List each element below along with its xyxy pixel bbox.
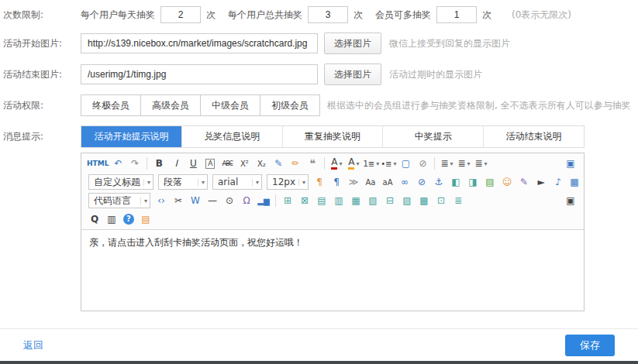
anchor-icon[interactable]: ⚓ (431, 175, 447, 189)
redo-icon[interactable]: ↷ (127, 156, 143, 170)
font-family-select[interactable]: arial▾ (212, 174, 262, 190)
fontborder-icon-glyph: A (205, 159, 215, 169)
save-button[interactable]: 保存 (565, 335, 615, 356)
removeformat-icon[interactable]: ✎ (271, 156, 286, 170)
start-image-url-input[interactable] (81, 33, 318, 53)
drafts-icon[interactable]: ▤ (138, 212, 153, 226)
tab-end-message[interactable]: 活动结束说明 (484, 126, 584, 147)
delete-row-icon[interactable]: ▥ (331, 194, 347, 208)
line-height-icon[interactable]: ≣▾ (473, 156, 488, 170)
total-count-input[interactable] (308, 6, 348, 23)
tab-start-message[interactable]: 活动开始提示说明 (81, 126, 182, 147)
start-image-pick-button[interactable]: 选择图片 (324, 33, 381, 54)
charts-icon[interactable]: ▂▆ (256, 194, 271, 208)
uppercase-icon[interactable]: Aa (363, 175, 378, 189)
cleardoc-icon[interactable]: ⊘ (415, 156, 430, 170)
indent-icon[interactable]: ≫ (346, 175, 361, 189)
superscript-icon[interactable]: X² (236, 156, 252, 170)
superscript-icon-glyph: X² (240, 160, 249, 168)
editor-content[interactable]: 亲，请点击进入刮刮卡抽奖活动页面，祝您好运哦！ (81, 230, 584, 311)
member-level-button[interactable]: 终极会员 (81, 94, 141, 116)
special-chars-icon[interactable]: Ω (239, 194, 254, 208)
fullscreen-icon-glyph: ▣ (566, 158, 574, 169)
merge-down-icon[interactable]: ▩ (416, 194, 432, 208)
message-tabs-row: 消息提示: 活动开始提示说明兑奖信息说明重复抽奖说明中奖提示活动结束说明 (0, 125, 638, 148)
lowercase-icon[interactable]: aA (380, 175, 395, 189)
insert-row-icon[interactable]: ▤ (314, 194, 329, 208)
undo-icon[interactable]: ↶ (110, 156, 126, 170)
insert-code-icon[interactable]: ‹› (153, 194, 169, 208)
formatmatch-icon[interactable]: ✏ (288, 156, 303, 170)
tab-repeat-message[interactable]: 重复抽奖说明 (283, 126, 384, 147)
chevron-down-icon: ▾ (393, 160, 396, 167)
help-icon[interactable]: ? (121, 212, 136, 226)
end-image-pick-button[interactable]: 选择图片 (324, 64, 381, 85)
member-level-button[interactable]: 中级会员 (200, 94, 260, 116)
date-icon[interactable]: ⊙ (222, 194, 237, 208)
link-icon[interactable]: ∞ (397, 175, 412, 189)
font-size-select[interactable]: 12px▾ (267, 174, 309, 190)
custom-style-select-value: 自定义标题 (94, 176, 140, 189)
scrawl-icon[interactable]: ✎ (516, 175, 532, 189)
per-day-count-input[interactable] (160, 6, 201, 23)
source-code-button[interactable]: HTML (87, 156, 109, 170)
music-icon[interactable]: ♪ (550, 175, 566, 189)
insert-col-icon[interactable]: ▦ (348, 194, 364, 208)
code-language-select-value: 代码语言 (94, 194, 131, 208)
image-manager-icon[interactable]: ▦ (567, 175, 582, 189)
snapscreen-icon[interactable]: ✂ (171, 194, 186, 208)
direction-rtl-icon[interactable]: ¶ (329, 175, 344, 189)
rowspacing-bottom-icon[interactable]: ≣▾ (456, 156, 471, 170)
bold-icon[interactable]: B (151, 156, 167, 170)
fontborder-icon[interactable]: A (202, 156, 218, 170)
toolbar-separator (147, 157, 147, 170)
insert-image-icon[interactable]: ▤ (482, 175, 498, 189)
insert-video-icon[interactable]: ► (533, 175, 549, 189)
italic-icon[interactable]: I (168, 156, 184, 170)
insert-table-icon[interactable]: ⊞ (280, 194, 295, 208)
background-color-icon[interactable]: A▾ (346, 156, 361, 170)
subscript-icon[interactable]: X₂ (253, 156, 269, 170)
delete-table-icon[interactable]: ⊠ (297, 194, 312, 208)
preview-icon[interactable]: ▥ (104, 212, 119, 226)
print-icon[interactable]: ▣ (563, 194, 578, 208)
split-rows-icon[interactable]: ≣ (450, 194, 466, 208)
limit-field-label: 会员可多抽奖 (375, 9, 431, 22)
image-align-right-icon[interactable]: ◨ (465, 175, 481, 189)
tab-win-message[interactable]: 中奖提示 (383, 126, 484, 147)
member-level-button[interactable]: 高级会员 (140, 94, 201, 116)
subscript-icon-glyph: X₂ (257, 160, 266, 168)
back-link[interactable]: 返回 (23, 338, 43, 352)
code-language-select[interactable]: 代码语言▾ (88, 193, 150, 208)
strikethrough-icon[interactable]: ABC (219, 156, 235, 170)
end-image-url-input[interactable] (81, 64, 318, 84)
merge-cells-icon[interactable]: ⊟ (382, 194, 398, 208)
emotion-icon[interactable]: ☺ (499, 175, 515, 189)
search-replace-icon[interactable]: Q (87, 212, 102, 226)
font-color-icon[interactable]: A▾ (329, 156, 344, 170)
tab-redeem-message[interactable]: 兑奖信息说明 (182, 126, 283, 147)
direction-ltr-icon[interactable]: ¶ (312, 175, 327, 189)
delete-row-icon-glyph: ▥ (334, 195, 343, 206)
image-manager-icon-glyph: ▦ (570, 177, 578, 187)
image-align-left-icon[interactable]: ◧ (448, 175, 464, 189)
merge-right-icon[interactable]: ▨ (399, 194, 415, 208)
word-image-icon[interactable]: W (188, 194, 203, 208)
ordered-list-icon[interactable]: 1≣▾ (363, 156, 379, 170)
member-level-button[interactable]: 初级会员 (260, 94, 320, 116)
blockquote-icon[interactable]: ❝ (305, 156, 320, 170)
paragraph-select[interactable]: 段落▾ (158, 174, 208, 190)
rowspacing-top-icon[interactable]: ≣▾ (439, 156, 454, 170)
chevron-down-icon: ▾ (376, 160, 379, 167)
custom-style-select[interactable]: 自定义标题▾ (88, 174, 153, 190)
unlink-icon[interactable]: ⊘ (414, 175, 429, 189)
bold-icon-glyph: B (156, 158, 163, 169)
delete-col-icon[interactable]: ▧ (365, 194, 381, 208)
split-cells-icon[interactable]: ⊡ (433, 194, 449, 208)
fullscreen-icon[interactable]: ▣ (563, 156, 578, 170)
underline-icon[interactable]: U (185, 156, 201, 170)
selectall-icon[interactable]: ▢ (398, 156, 413, 170)
unordered-list-icon[interactable]: •≣▾ (381, 156, 396, 170)
member-extra-count-input[interactable] (436, 6, 477, 23)
horizontal-rule-icon[interactable]: — (205, 194, 220, 208)
